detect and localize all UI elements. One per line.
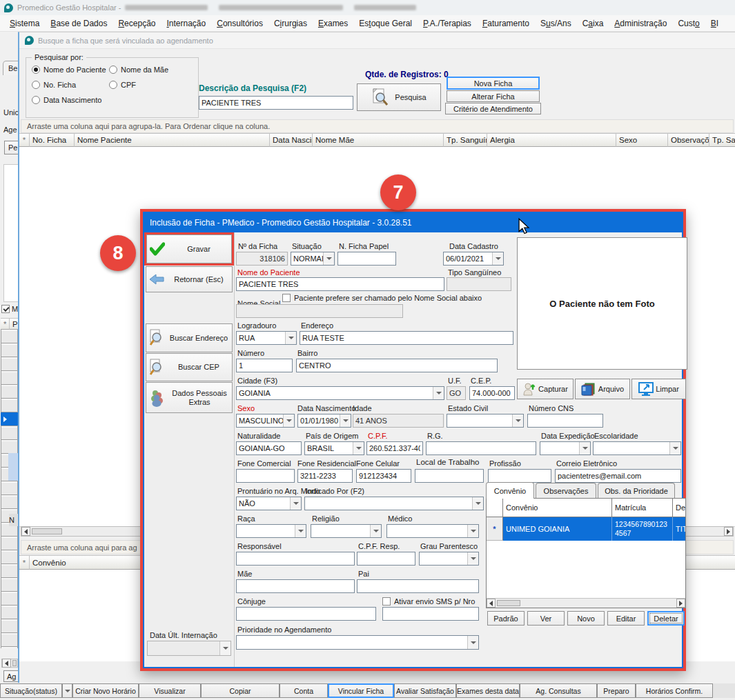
menu-base-de-dados[interactable]: Base de Dados [45,17,112,30]
logradouro-select[interactable]: RUA [236,331,297,345]
asterisk-icon[interactable]: * [19,555,30,570]
asterisk-icon[interactable]: * [19,133,30,147]
background-ag-button[interactable]: Ag [3,670,19,682]
convenio-row[interactable]: * UNIMED GOIANIA 12345678901234567 TIT [487,517,685,541]
dropdown-arrow-icon[interactable] [512,414,523,427]
cpf-input[interactable]: 260.521.337-40 [366,441,423,455]
nova-ficha-button[interactable]: Nova Ficha [447,77,540,90]
limpar-button[interactable]: Limpar [631,379,686,399]
dropdown-arrow-icon[interactable] [669,442,680,454]
situacao-status-dropdown[interactable] [62,683,72,698]
estado-civil-select[interactable] [447,414,524,428]
radio-nome-do-paciente[interactable]: Nome do Paciente [32,66,106,74]
cpf-resp-input[interactable] [357,552,415,566]
arquivo-button[interactable]: Arquivo [575,379,630,399]
profissao-input[interactable] [488,469,551,483]
bairro-input[interactable]: CENTRO [296,359,498,372]
data-cadastro-select[interactable]: 06/01/2021 [443,252,504,266]
background-checkbox-row[interactable]: M [1,305,18,313]
padrao-button[interactable]: Padrão [487,611,525,626]
naturalidade-input[interactable]: GOIANIA-GO [236,441,302,455]
dropdown-arrow-icon[interactable] [283,414,294,427]
escolaridade-select[interactable] [593,441,681,455]
situacao-status-button[interactable]: Situação(status) [0,683,62,698]
medico-select[interactable] [386,524,479,538]
tab-convenio[interactable]: Convênio [486,482,534,499]
indicado-por-select[interactable] [304,497,484,510]
dropdown-arrow-icon[interactable] [492,252,503,265]
dropdown-arrow-icon[interactable] [285,332,296,344]
radio-data-nascimento[interactable]: Data Nascimento [32,96,101,104]
ficha-papel-input[interactable] [337,252,396,266]
background-tab[interactable]: Be [3,61,19,75]
dados-pessoais-extras-button[interactable]: Dados Pessoais Extras [146,382,233,413]
avaliar-satisfacao-button[interactable]: Avaliar Satisfação [394,683,456,698]
conta-button[interactable]: Conta [280,683,328,698]
cep-input[interactable]: 74.000-000 [469,386,515,400]
nome-paciente-input[interactable]: PACIENTE TRES [236,277,444,291]
radio-no-ficha[interactable]: No. Ficha [32,81,76,89]
scroll-left-icon[interactable] [2,659,11,668]
dropdown-arrow-icon[interactable] [467,525,478,537]
scroll-thumb[interactable] [497,600,520,606]
preparo-button[interactable]: Preparo [597,683,636,698]
menu-pa-terapias[interactable]: P.A./Terapias [418,17,477,30]
criterio-atendimento-button[interactable]: Critério de Atendimento [445,103,541,114]
radio-cpf[interactable]: CPF [109,81,136,89]
checked-checkbox-icon[interactable] [1,305,10,313]
menu-internacao[interactable]: Internação [161,17,211,30]
pai-input[interactable] [357,579,479,593]
vincular-ficha-button[interactable]: Vincular Ficha [328,683,394,698]
menu-recepcao[interactable]: Recepção [112,17,161,30]
col-alergia[interactable]: Alergia [487,133,616,147]
menu-faturamento[interactable]: Faturamento [477,17,535,30]
menu-custo[interactable]: Custo [672,17,705,30]
col-convenio[interactable]: Convênio [503,499,612,517]
checkbox-icon[interactable] [282,294,291,302]
mae-input[interactable] [236,579,355,593]
radio-icon[interactable] [109,66,117,74]
scroll-thumb[interactable] [12,660,17,666]
col-sexo[interactable]: Sexo [616,133,668,147]
scroll-left-icon[interactable] [487,599,496,608]
dropdown-arrow-icon[interactable] [433,387,444,399]
menu-bi[interactable]: BI [705,17,724,30]
descricao-pesquisa-input[interactable]: PACIENTE TRES [199,96,353,110]
sms-checkbox-row[interactable]: Ativar envio SMS p/ Nro [382,597,475,606]
religiao-select[interactable] [311,524,382,538]
cidade-select[interactable]: GOIANIA [236,386,444,400]
nome-social-checkbox-row[interactable]: Paciente prefere ser chamado pelo Nome S… [282,294,482,302]
radio-selected-icon[interactable] [32,66,40,74]
dialog-titlebar[interactable]: Inclusão de Ficha - PMedico - Promedico … [144,213,682,232]
pais-origem-select[interactable]: BRASIL [304,441,364,455]
numero-cns-input[interactable] [527,414,603,428]
retornar-button[interactable]: Retornar (Esc) [146,266,233,292]
data-nascimento-select[interactable]: 01/01/1980 [297,414,351,428]
deletar-button[interactable]: Deletar [647,611,685,626]
sexo-select[interactable]: MASCULINO [236,414,295,428]
col-dependencia[interactable]: De [673,499,685,517]
tab-observacoes[interactable]: Observações [536,483,596,498]
fone-celular-input[interactable]: 912123434 [356,469,411,483]
radio-icon[interactable] [109,81,117,89]
convenio-grid-hscrollbar[interactable] [487,598,685,608]
responsavel-input[interactable] [236,552,355,566]
fone-comercial-input[interactable] [236,469,295,483]
dropdown-arrow-icon[interactable] [472,497,483,510]
criar-novo-horario-button[interactable]: Criar Novo Horário [72,683,139,698]
visualizar-button[interactable]: Visualizar [139,683,201,698]
dropdown-arrow-icon[interactable] [467,636,478,649]
email-input[interactable]: pacientetres@email.com [555,469,681,483]
data-ult-internacao-select[interactable] [147,641,231,656]
col-data-nascimento[interactable]: Data Nascin [270,133,313,147]
capturar-button[interactable]: Capturar [517,379,574,399]
col-nome-paciente[interactable]: Nome Paciente [75,133,270,147]
situacao-select[interactable]: NORMAL [291,252,335,266]
horarios-confirm-button[interactable]: Horários Confirm. [636,683,713,698]
pesquisa-button[interactable]: Pesquisa [357,83,441,111]
dropdown-arrow-icon[interactable] [579,442,590,454]
data-expedicao-select[interactable] [540,441,591,455]
menu-sus-ans[interactable]: Sus/Ans [535,17,577,30]
endereco-input[interactable]: RUA TESTE [300,331,513,345]
radio-icon[interactable] [32,96,40,104]
